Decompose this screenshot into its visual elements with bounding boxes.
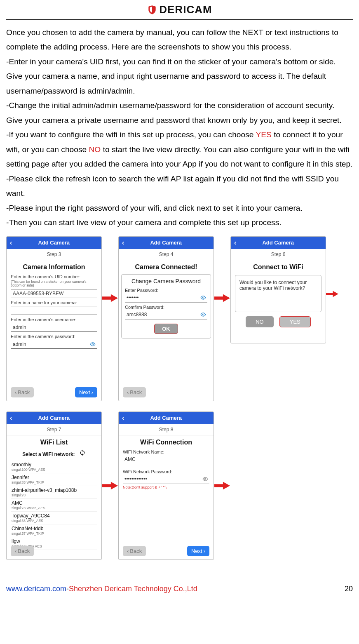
wifi-row[interactable]: smoothlysingal:100 WPA_AES [11, 461, 97, 473]
topbar: ‹ Add Camera [231, 237, 326, 249]
no-keyword: NO [89, 145, 101, 154]
page-footer: www.dericam.com-Shenzhen Dericam Technol… [6, 585, 353, 593]
eye-icon[interactable] [202, 476, 208, 482]
back-chevron-icon[interactable]: ‹ [10, 414, 12, 422]
name-input[interactable] [11, 306, 97, 315]
topbar: ‹ Add Camera [119, 412, 214, 424]
screen-step6: ‹ Add Camera Step 6 Connect to WiFi Woul… [230, 236, 326, 343]
instructions-p6: -Please input the right password of your… [6, 201, 353, 216]
refresh-icon[interactable] [79, 449, 86, 456]
yes-button[interactable]: YES [279, 316, 311, 327]
topbar: ‹ Add Camera [7, 237, 101, 249]
topbar: ‹ Add Camera [7, 412, 101, 424]
wifi-list: smoothlysingal:100 WPA_AES Jennifersinga… [11, 461, 97, 550]
back-button[interactable]: ‹ Back [123, 546, 146, 556]
screen-title: Connect to WiFi [231, 263, 326, 271]
wifi-password-label: WiFi Network Password: [123, 469, 209, 474]
uid-input[interactable]: AAAA-099553-BYBEW [11, 289, 97, 298]
wifi-name-input[interactable]: AMC [123, 455, 209, 464]
page-header: DERICAM [0, 0, 359, 17]
screen-step4: ‹ Add Camera Step 4 Camera Connected! Ch… [118, 236, 214, 401]
modal-title: Change Camera Password [125, 278, 207, 284]
screen-step3: ‹ Add Camera Step 3 Camera Information E… [6, 236, 102, 401]
instructions-p2: -Enter in your camera's UID first, you c… [6, 54, 353, 99]
back-button[interactable]: ‹ Back [11, 387, 34, 397]
back-button[interactable]: ‹ Back [11, 546, 34, 556]
topbar-title: Add Camera [127, 240, 204, 246]
eye-icon[interactable] [200, 295, 206, 301]
screenshots-row-1: ‹ Add Camera Step 3 Camera Information E… [6, 236, 359, 401]
screen-title: Camera Connected! [119, 263, 214, 271]
next-button[interactable]: Next › [187, 546, 209, 556]
username-label: Enter in the camera's username: [11, 317, 97, 322]
screenshots-row-2: ‹ Add Camera Step 7 WiFi List Select a W… [6, 411, 359, 560]
header-divider [6, 19, 353, 20]
screen-step7: ‹ Add Camera Step 7 WiFi List Select a W… [6, 411, 102, 560]
wifi-row[interactable]: zhimi-airpurifier-v3_miap108bsingal:78 [11, 486, 97, 499]
back-chevron-icon[interactable]: ‹ [122, 414, 124, 422]
uid-label: Enter in the camera's UID number: [11, 274, 97, 279]
instructions-block: Once you chosen to add the camera by man… [6, 25, 353, 230]
wifi-name-label: WiFi Network Name: [123, 449, 209, 454]
instructions-p4: -If you want to configure the wifi in th… [6, 127, 353, 172]
enter-password-label: Enter Password: [125, 288, 207, 293]
topbar-title: Add Camera [15, 415, 92, 421]
wifi-row[interactable]: AMCsingal:73 WPA2_AES [11, 499, 97, 512]
footer-company: Shenzhen Dericam Technology Co.,Ltd [69, 585, 197, 593]
wifi-row[interactable]: ChinaNet-tddbsingal:57 WPA_TKIP [11, 524, 97, 537]
wifi-prompt: Would you like to connect your camera to… [235, 275, 321, 312]
no-button[interactable]: NO [246, 316, 274, 327]
back-chevron-icon[interactable]: ‹ [122, 239, 124, 247]
ok-button[interactable]: OK [154, 324, 178, 334]
screen-title: Camera Information [7, 263, 101, 271]
arrow-icon [102, 411, 118, 490]
arrow-icon [214, 236, 230, 302]
instructions-p3: -Change the initial admin/admin username… [6, 98, 353, 127]
page-number: 20 [345, 585, 353, 593]
instructions-p1: Once you chosen to add the camera by man… [6, 25, 353, 54]
svg-point-1 [202, 297, 204, 298]
back-chevron-icon[interactable]: ‹ [234, 239, 236, 247]
brand-name: DERICAM [159, 3, 212, 16]
step-label: Step 8 [119, 424, 214, 435]
back-chevron-icon[interactable]: ‹ [10, 239, 12, 247]
step-label: Step 3 [7, 249, 101, 260]
name-label: Enter in a name for your camera: [11, 300, 97, 305]
topbar-title: Add Camera [15, 240, 92, 246]
enter-password-input[interactable]: ••••••• [125, 294, 207, 303]
wifi-row[interactable]: Jennifersingal:83 WPA_TKIP [11, 473, 97, 486]
instructions-p7: -Then you can start live view of your ca… [6, 215, 353, 230]
svg-point-0 [92, 344, 94, 346]
change-password-modal: Change Camera Password Enter Password: •… [121, 274, 211, 338]
topbar-title: Add Camera [127, 415, 204, 421]
arrow-icon [214, 411, 230, 490]
password-label: Enter in the camera's password: [11, 334, 97, 339]
step-label: Step 4 [119, 249, 214, 260]
eye-icon[interactable] [200, 312, 206, 317]
screen-step8: ‹ Add Camera Step 8 WiFi Connection WiFi… [118, 411, 214, 560]
back-button[interactable]: ‹ Back [123, 387, 146, 397]
footer-site: www.dericam.com [6, 585, 66, 593]
svg-point-2 [202, 314, 204, 315]
next-button[interactable]: Next › [75, 387, 97, 397]
password-input[interactable]: admin [11, 340, 97, 349]
wifi-row[interactable]: Topway_A9CC84singal:68 WPA_AES [11, 512, 97, 524]
eye-icon[interactable] [90, 341, 96, 347]
arrow-icon [102, 236, 118, 302]
select-wifi-label: Select a WiFi network: [11, 449, 97, 457]
username-input[interactable]: admin [11, 323, 97, 332]
step-label: Step 6 [231, 249, 326, 260]
screen-title: WiFi List [7, 439, 101, 446]
wifi-password-input[interactable]: ••••••••••••• [123, 475, 209, 484]
svg-point-3 [204, 478, 206, 480]
topbar: ‹ Add Camera [119, 237, 214, 249]
yes-keyword: YES [256, 130, 271, 139]
arrow-icon [326, 236, 338, 298]
password-note: Note:Don't support & + ' " \ [123, 485, 209, 489]
confirm-password-input[interactable]: amc8888 [125, 310, 207, 320]
brand-logo: DERICAM [147, 3, 212, 16]
instructions-p5: -Please click the refresh icon to search… [6, 172, 353, 201]
screen-title: WiFi Connection [119, 439, 214, 446]
shield-icon [147, 5, 157, 15]
topbar-title: Add Camera [239, 240, 317, 246]
